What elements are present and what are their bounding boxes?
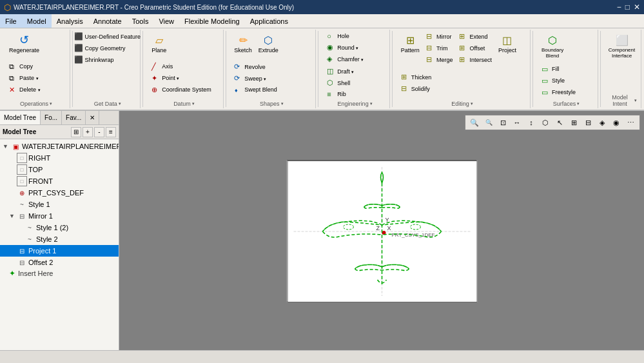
- paste-btn[interactable]: ⧉ Paste ▾: [6, 73, 43, 84]
- component-interface-btn[interactable]: ⬜ ComponentInterface: [606, 31, 638, 61]
- display-btn[interactable]: ◈: [596, 116, 609, 129]
- tree-item-offset2[interactable]: ⊟ Offset 2: [0, 257, 119, 268]
- pattern-btn[interactable]: ⊞ Pattern: [398, 31, 422, 55]
- model-intent-dd-arrow[interactable]: ▾: [634, 98, 637, 103]
- sidebar-tab-folder[interactable]: Fo...: [41, 111, 62, 124]
- delete-icon: ✕: [9, 86, 18, 94]
- filter-btn[interactable]: ⊞: [567, 116, 580, 129]
- intersect-btn[interactable]: ⊞ Intersect: [456, 54, 494, 65]
- tree-item-project1[interactable]: ⊟ Project 1: [0, 245, 119, 257]
- editing-dd-arrow[interactable]: ▾: [471, 101, 473, 106]
- user-defined-feature-btn[interactable]: ⬛ User-Defined Feature: [72, 31, 143, 42]
- menu-item-file[interactable]: File: [0, 14, 22, 28]
- round-btn[interactable]: ◉ Round ▾: [324, 42, 366, 53]
- pan-h-btn[interactable]: ↔: [511, 116, 523, 129]
- tree-expand-btn[interactable]: +: [83, 127, 93, 137]
- menu-item-analysis[interactable]: Analysis: [52, 14, 88, 28]
- tree-collapse-btn[interactable]: -: [94, 127, 104, 137]
- menu-item-annotate[interactable]: Annotate: [88, 14, 127, 28]
- menu-item-view[interactable]: View: [153, 14, 179, 28]
- menu-item-tools[interactable]: Tools: [127, 14, 154, 28]
- menu-item-flexible-modeling[interactable]: Flexible Modeling: [179, 14, 245, 28]
- get-data-dd-arrow[interactable]: ▾: [119, 101, 121, 106]
- solidify-btn[interactable]: ⊟ Solidify: [398, 83, 434, 94]
- tree-settings-btn[interactable]: ≡: [106, 127, 116, 137]
- engineering-dd-arrow[interactable]: ▾: [370, 101, 373, 106]
- menu-item-model[interactable]: Model: [22, 14, 52, 28]
- operations-dd-arrow[interactable]: ▾: [50, 101, 52, 106]
- tree-item-csys[interactable]: ⊕ PRT_CSYS_DEF: [0, 187, 119, 199]
- engineering-col2: ◫ Draft ▾ ⬡ Shell ≡ Rib: [324, 66, 356, 99]
- plane-btn[interactable]: ▱ Plane: [149, 31, 169, 55]
- zoom-fit-btn[interactable]: ⊡: [496, 116, 509, 129]
- surfaces-dd-arrow[interactable]: ▾: [577, 101, 580, 106]
- style1-2-label: Style 1 (2): [36, 224, 68, 231]
- revolve-btn[interactable]: ⟳ Revolve: [231, 61, 280, 72]
- minimize-btn[interactable]: −: [617, 3, 621, 12]
- thicken-btn[interactable]: ⊞ Thicken: [398, 72, 434, 83]
- shrinkwrap-btn[interactable]: ⬛ Shrinkwrap: [72, 54, 143, 65]
- regenerate-btn[interactable]: ↺ Regenerate: [6, 31, 42, 55]
- view-mode-btn[interactable]: ⬡: [539, 116, 552, 129]
- copy-btn[interactable]: ⧉ Copy: [6, 61, 43, 72]
- shell-btn[interactable]: ⬡ Shell: [324, 77, 356, 88]
- folder-tab-label: Fo...: [44, 114, 57, 121]
- rotate-btn[interactable]: ↕: [525, 116, 538, 129]
- insert-here[interactable]: ✦ Insert Here: [0, 268, 119, 279]
- tree-filter-btn[interactable]: ⊞: [71, 127, 81, 137]
- freestyle-btn[interactable]: ▭ Freestyle: [539, 87, 578, 98]
- shapes-dd-arrow[interactable]: ▾: [281, 101, 284, 106]
- more-btn[interactable]: ⋯: [624, 116, 637, 129]
- tree-item-style1-2[interactable]: ~ Style 1 (2): [0, 222, 119, 233]
- render-btn[interactable]: ◉: [610, 116, 623, 129]
- tree-item-mirror1[interactable]: ▼ ⊟ Mirror 1: [0, 210, 119, 222]
- extrude-btn[interactable]: ⬡ Extrude: [256, 31, 281, 55]
- project1-icon: ⊟: [17, 246, 27, 256]
- tree-item-style2[interactable]: ~ Style 2: [0, 233, 119, 245]
- sidebar-tab-fav[interactable]: Fav...: [62, 111, 86, 124]
- extend-btn[interactable]: ⊞ Extend: [456, 31, 494, 42]
- chamfer-btn[interactable]: ◈ Chamfer ▾: [324, 54, 366, 64]
- swept-blend-btn[interactable]: ⬧ Swept Blend: [231, 84, 280, 95]
- delete-btn[interactable]: ✕ Delete ▾: [6, 84, 43, 95]
- canvas-area[interactable]: 🔍 🔍 ⊡ ↔ ↕ ⬡ ↖ ⊞ ⊟ ◈ ◉ ⋯ Y X Z: [119, 111, 644, 350]
- style-btn[interactable]: ▭ Style: [539, 75, 578, 86]
- offset-btn[interactable]: ⊞ Offset: [456, 43, 494, 54]
- axis-btn[interactable]: ╱ Axis: [149, 61, 214, 72]
- hole-btn[interactable]: ○ Hole: [324, 31, 366, 41]
- fill-btn[interactable]: ▭ Fill: [539, 64, 578, 75]
- snap-btn[interactable]: ⊟: [581, 116, 594, 129]
- close-btn[interactable]: ✕: [634, 3, 640, 12]
- sweep-btn[interactable]: ⟳ Sweep ▾: [231, 73, 280, 84]
- boundary-blend-btn[interactable]: ⬡ BoundaryBlend: [539, 31, 566, 61]
- tree-item-root[interactable]: ▼ ▣ WATERJETAIRPLANEREIMER.PRT: [0, 141, 119, 152]
- udf-label: User-Defined Feature: [84, 34, 141, 40]
- zoom-out-btn[interactable]: 🔍: [482, 116, 495, 129]
- sketch-btn[interactable]: ✏ Sketch: [231, 31, 255, 55]
- copy-geometry-btn[interactable]: ⬛ Copy Geometry: [72, 43, 143, 54]
- trim-btn[interactable]: ⊟ Trim: [424, 43, 456, 54]
- project-btn[interactable]: ◫ Project: [496, 31, 519, 55]
- menu-item-applications[interactable]: Applications: [245, 14, 293, 28]
- draft-btn[interactable]: ◫ Draft ▾: [324, 66, 356, 77]
- maximize-btn[interactable]: □: [625, 3, 630, 12]
- rib-btn[interactable]: ≡ Rib: [324, 89, 356, 99]
- mirror-btn[interactable]: ⊟ Mirror: [424, 31, 456, 42]
- hole-label: Hole: [337, 33, 349, 39]
- merge-btn[interactable]: ⊟ Merge: [424, 54, 456, 65]
- zoom-in-btn[interactable]: 🔍: [468, 116, 481, 129]
- sidebar-tab-close[interactable]: ✕: [86, 111, 99, 124]
- sidebar-tab-model-tree[interactable]: Model Tree: [0, 111, 41, 124]
- select-btn[interactable]: ↖: [553, 116, 566, 129]
- tree-item-top[interactable]: □ TOP: [0, 164, 119, 175]
- tree-item-front[interactable]: □ FRONT: [0, 175, 119, 187]
- datum-dd-arrow[interactable]: ▾: [192, 101, 195, 106]
- status-bar: [0, 350, 644, 363]
- tree-item-right[interactable]: □ RIGHT: [0, 152, 119, 164]
- tree-item-style1[interactable]: ~ Style 1: [0, 199, 119, 210]
- coordinate-system-btn[interactable]: ⊕ Coordinate System: [149, 84, 214, 95]
- point-btn[interactable]: ✦ Point ▾: [149, 73, 214, 84]
- get-data-label: Get Data ▾: [94, 101, 121, 107]
- x-axis-label: X: [387, 225, 391, 231]
- merge-label: Merge: [436, 57, 453, 63]
